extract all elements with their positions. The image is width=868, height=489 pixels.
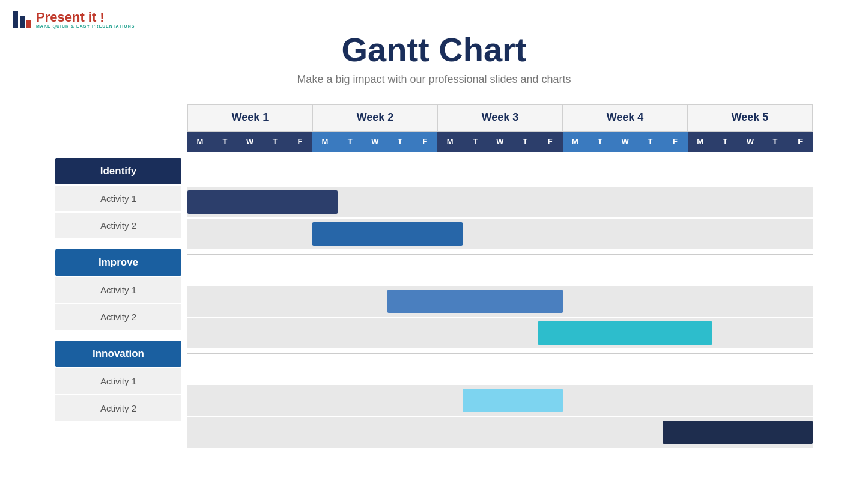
activity-label-2-1: Activity 2: [55, 394, 181, 421]
activity-label-2-0: Activity 1: [55, 367, 181, 394]
logo-title: Present it !: [36, 11, 135, 24]
day-cell: W: [237, 132, 263, 152]
section-divider: [187, 353, 813, 354]
logo: Present it ! MAKE QUICK & EASY PRESENTAT…: [13, 11, 135, 28]
day-cell: M: [437, 132, 463, 152]
gantt-header-row: [187, 359, 813, 385]
week-header-3: Week 3: [437, 104, 562, 132]
day-cell: M: [563, 132, 588, 152]
week-header-2: Week 2: [312, 104, 437, 132]
gantt-header-row: [187, 260, 813, 286]
group-spacer: [55, 238, 181, 249]
group-header-2: Innovation: [55, 341, 181, 367]
day-cell: W: [362, 132, 387, 152]
gantt-rows: [187, 160, 813, 448]
gantt-row-0-0: [187, 187, 813, 217]
week-header-5: Week 5: [687, 104, 813, 132]
day-cell: T: [263, 132, 288, 152]
gantt-row-2-0: [187, 385, 813, 416]
page-title: Gantt Chart: [0, 31, 868, 68]
main-container: IdentifyActivity 1Activity 2ImproveActiv…: [0, 104, 868, 449]
activity-label-1-1: Activity 2: [55, 303, 181, 330]
day-cell: F: [413, 132, 438, 152]
day-cell: T: [763, 132, 788, 152]
day-cell: F: [788, 132, 813, 152]
week-days-5: MTWTF: [688, 132, 813, 152]
day-cell: F: [663, 132, 688, 152]
activity-label-0-0: Activity 1: [55, 184, 181, 211]
gantt-bar-0-1: [312, 222, 463, 246]
week-headers: Week 1Week 2Week 3Week 4Week 5: [187, 104, 813, 132]
gantt-bar-1-1: [538, 321, 712, 345]
day-cell: T: [338, 132, 363, 152]
day-cell: M: [688, 132, 713, 152]
section-divider: [187, 254, 813, 255]
group-spacer: [55, 330, 181, 341]
gantt-row-0-1: [187, 219, 813, 249]
activity-label-0-1: Activity 2: [55, 211, 181, 238]
logo-bar-2: [20, 16, 25, 28]
day-cell: F: [288, 132, 313, 152]
day-cell: W: [738, 132, 763, 152]
day-cell: T: [638, 132, 663, 152]
logo-present: Present it !: [36, 10, 105, 25]
week-days-4: MTWTF: [563, 132, 688, 152]
group-header-0: Identify: [55, 158, 181, 184]
gantt-bar-2-0: [463, 389, 563, 412]
day-cell: W: [613, 132, 638, 152]
gantt-bar-0-0: [187, 190, 338, 214]
gantt-row-2-1: [187, 417, 813, 448]
page-subtitle: Make a big impact with our professional …: [0, 73, 868, 86]
gantt-row-1-0: [187, 286, 813, 317]
logo-subtitle: MAKE QUICK & EASY PRESENTATIONS: [36, 24, 135, 28]
week-header-1: Week 1: [187, 104, 312, 132]
day-cell: T: [512, 132, 538, 152]
day-cell: T: [712, 132, 738, 152]
group-header-1: Improve: [55, 249, 181, 276]
day-cell: W: [488, 132, 513, 152]
logo-text: Present it ! MAKE QUICK & EASY PRESENTAT…: [36, 11, 135, 28]
activity-label-1-0: Activity 1: [55, 276, 181, 303]
day-cell: F: [538, 132, 563, 152]
day-cell: T: [587, 132, 613, 152]
week-days-2: MTWTF: [312, 132, 437, 152]
gantt-header-row: [187, 160, 813, 187]
day-cell: T: [387, 132, 413, 152]
sidebar: IdentifyActivity 1Activity 2ImproveActiv…: [55, 158, 181, 421]
gantt-row-1-1: [187, 318, 813, 348]
week-days-1: MTWTF: [187, 132, 312, 152]
logo-icon: [13, 11, 31, 28]
week-header-4: Week 4: [562, 104, 687, 132]
gantt-bar-1-0: [387, 290, 562, 313]
day-headers: MTWTFMTWTFMTWTFMTWTFMTWTF: [187, 132, 813, 152]
day-cell: T: [463, 132, 488, 152]
day-cell: M: [187, 132, 213, 152]
gantt-bar-2-1: [663, 421, 813, 444]
week-days-3: MTWTF: [437, 132, 562, 152]
logo-bar-1: [13, 11, 18, 28]
logo-bar-3: [26, 20, 31, 28]
day-cell: M: [312, 132, 338, 152]
gantt-area: Week 1Week 2Week 3Week 4Week 5 MTWTFMTWT…: [187, 104, 813, 449]
day-cell: T: [213, 132, 238, 152]
